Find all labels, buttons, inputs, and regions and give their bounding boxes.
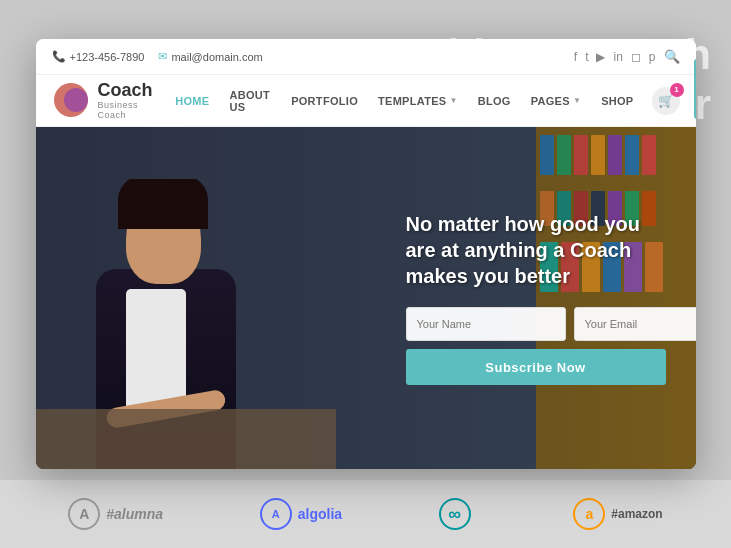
logo-amazon: a #amazon (573, 498, 662, 530)
subscribe-button[interactable]: Subscribe Now (406, 349, 666, 385)
alumna-icon: A (68, 498, 100, 530)
algolia-label: algolia (298, 506, 342, 522)
social-links: f t ▶ in ◻ p 🔍 (574, 49, 680, 64)
arduino-icon: ∞ (439, 498, 471, 530)
svg-point-1 (64, 88, 88, 112)
phone-contact: 📞 +123-456-7890 (52, 50, 145, 63)
chevron-down-icon: ▼ (573, 96, 581, 105)
youtube-icon[interactable]: ▶ (596, 50, 605, 64)
form-inputs-row (406, 307, 666, 341)
phone-icon: 📞 (52, 50, 66, 63)
email-input[interactable] (574, 307, 696, 341)
teal-accent-strip (694, 59, 696, 119)
algolia-icon: A (260, 498, 292, 530)
alumna-label: #alumna (106, 506, 163, 522)
name-input[interactable] (406, 307, 566, 341)
hero-section: No matter how good you are at anything a… (36, 127, 696, 469)
logo-algolia: A algolia (260, 498, 342, 530)
hero-content: No matter how good you are at anything a… (406, 211, 666, 385)
linkedin-icon[interactable]: in (613, 50, 622, 64)
brand: Coach Business Coach (52, 81, 166, 121)
twitter-icon[interactable]: t (585, 50, 588, 64)
pinterest-icon[interactable]: p (649, 50, 656, 64)
hero-heading: No matter how good you are at anything a… (406, 211, 666, 289)
cart-button[interactable]: 🛒 1 (652, 87, 680, 115)
top-bar: 📞 +123-456-7890 ✉ mail@domain.com f t ▶ … (36, 39, 696, 75)
nav-link-templates[interactable]: TEMPLATES ▼ (368, 95, 468, 107)
nav-bar: Coach Business Coach HOME ABOUT US PORTF… (36, 75, 696, 127)
brand-logo (52, 81, 90, 119)
amazon-icon: a (573, 498, 605, 530)
nav-link-about[interactable]: ABOUT US (219, 89, 281, 113)
email-contact: ✉ mail@domain.com (158, 50, 262, 63)
brand-title: Coach (98, 81, 166, 101)
brand-subtitle: Business Coach (98, 100, 166, 120)
nav-link-portfolio[interactable]: PORTFOLIO (281, 95, 368, 107)
main-card: 📞 +123-456-7890 ✉ mail@domain.com f t ▶ … (36, 39, 696, 469)
nav-link-home[interactable]: HOME (165, 95, 219, 107)
nav-link-blog[interactable]: BLOG (468, 95, 521, 107)
logo-arduino: ∞ (439, 498, 477, 530)
search-icon[interactable]: 🔍 (664, 49, 680, 64)
amazon-label: #amazon (611, 507, 662, 521)
email-icon: ✉ (158, 50, 167, 63)
nav-link-pages[interactable]: PAGES ▼ (521, 95, 591, 107)
cart-badge: 1 (670, 83, 684, 97)
partner-logos-bar: A #alumna A algolia ∞ a #amazon (0, 480, 731, 548)
email-address: mail@domain.com (171, 51, 262, 63)
logo-alumna: A #alumna (68, 498, 163, 530)
desk-surface (36, 409, 336, 469)
phone-number: +123-456-7890 (70, 51, 145, 63)
subscribe-form: Subscribe Now (406, 307, 666, 385)
contact-info: 📞 +123-456-7890 ✉ mail@domain.com (52, 50, 263, 63)
nav-links: HOME ABOUT US PORTFOLIO TEMPLATES ▼ BLOG… (165, 89, 643, 113)
chevron-down-icon: ▼ (450, 96, 458, 105)
nav-link-shop[interactable]: SHOP (591, 95, 643, 107)
instagram-icon[interactable]: ◻ (631, 50, 641, 64)
brand-name-container: Coach Business Coach (98, 81, 166, 121)
facebook-icon[interactable]: f (574, 50, 577, 64)
